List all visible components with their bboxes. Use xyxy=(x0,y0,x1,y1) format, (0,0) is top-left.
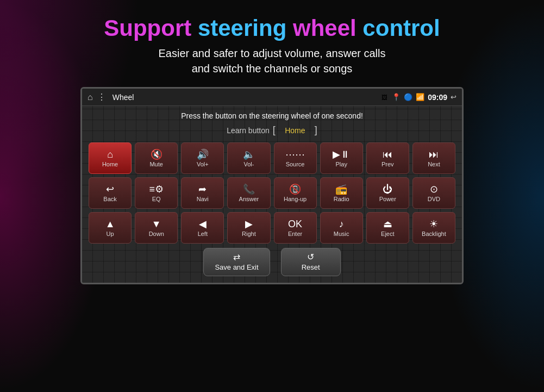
page-title: Support steering wheel control xyxy=(104,15,440,41)
back-btn-label: Back xyxy=(103,196,116,202)
btn-down[interactable]: ▼ Down xyxy=(135,212,178,244)
btn-mute[interactable]: 🔇 Mute xyxy=(135,142,178,174)
learn-value: Home xyxy=(279,126,311,135)
btn-dvd[interactable]: ⊙ DVD xyxy=(412,177,455,209)
device-screen: ⌂ ⋮ Wheel 🖼 📍 🔵 📶 09:09 ↩ Press the butt… xyxy=(80,87,464,284)
power-btn-icon: ⏻ xyxy=(383,184,392,194)
btn-radio[interactable]: 📻 Radio xyxy=(320,177,363,209)
learn-label: Learn button xyxy=(227,126,270,135)
enter-btn-label: Enter xyxy=(288,231,302,237)
down-btn-label: Down xyxy=(149,231,164,237)
vol-plus-btn-icon: 🔊 xyxy=(197,150,209,159)
menu-icon[interactable]: ⋮ xyxy=(97,92,106,102)
title-steering: steering xyxy=(191,15,286,41)
reset-icon: ↺ xyxy=(307,253,314,262)
save-exit-icon: ⇄ xyxy=(233,253,240,262)
back-btn-icon: ↩ xyxy=(106,184,114,194)
eject-btn-label: Eject xyxy=(381,231,394,237)
play-btn-icon: ▶⏸ xyxy=(333,150,350,159)
next-btn-icon: ⏭ xyxy=(429,150,439,159)
reset-label: Reset xyxy=(302,263,320,271)
home-btn-icon: ⌂ xyxy=(107,150,113,159)
vol-minus-btn-label: Vol- xyxy=(243,161,254,167)
save-exit-label: Save and Exit xyxy=(215,263,258,271)
prev-btn-icon: ⏮ xyxy=(383,150,392,159)
prev-btn-label: Prev xyxy=(382,161,394,167)
right-btn-label: Right xyxy=(242,231,256,237)
btn-right[interactable]: ▶ Right xyxy=(227,212,270,244)
music-btn-label: Music xyxy=(334,231,349,237)
next-btn-label: Next xyxy=(428,161,440,167)
location-icon: 📍 xyxy=(392,93,401,101)
learn-bracket-right: ] xyxy=(315,125,317,136)
eq-btn-icon: ≡⚙ xyxy=(149,184,164,194)
mute-btn-icon: 🔇 xyxy=(151,150,162,159)
power-btn-label: Power xyxy=(379,196,396,202)
btn-power[interactable]: ⏻ Power xyxy=(366,177,409,209)
btn-prev[interactable]: ⏮ Prev xyxy=(366,142,409,174)
btn-navi[interactable]: ➦ Navi xyxy=(181,177,224,209)
bottom-actions: ⇄ Save and Exit ↺ Reset xyxy=(89,248,455,276)
btn-source[interactable]: ⋯⋯ Source xyxy=(274,142,317,174)
status-bar: ⌂ ⋮ Wheel 🖼 📍 🔵 📶 09:09 ↩ xyxy=(82,89,462,106)
status-time: 09:09 xyxy=(428,93,447,102)
answer-btn-icon: 📞 xyxy=(243,184,255,194)
main-content: Support steering wheel control Easier an… xyxy=(0,0,544,284)
title-wheel: wheel xyxy=(286,15,356,41)
backlight-btn-label: Backlight xyxy=(422,231,446,237)
save-exit-button[interactable]: ⇄ Save and Exit xyxy=(203,248,270,276)
source-btn-label: Source xyxy=(286,161,305,167)
vol-minus-btn-icon: 🔈 xyxy=(243,150,255,159)
enter-btn-icon: OK xyxy=(288,219,302,229)
dvd-btn-label: DVD xyxy=(428,196,440,202)
radio-btn-label: Radio xyxy=(334,196,349,202)
backlight-btn-icon: ☀ xyxy=(429,219,438,229)
btn-music[interactable]: ♪ Music xyxy=(320,212,363,244)
btn-home[interactable]: ⌂ Home xyxy=(89,142,132,174)
instruction-text: Press the button on the steering wheel o… xyxy=(89,111,455,120)
play-btn-label: Play xyxy=(335,161,347,167)
mute-btn-label: Mute xyxy=(149,161,162,167)
status-icons: 📍 🔵 📶 09:09 ↩ xyxy=(392,93,457,102)
eq-btn-label: EQ xyxy=(152,196,161,202)
screen-content: Press the button on the steering wheel o… xyxy=(82,106,462,283)
hangup-btn-label: Hang-up xyxy=(284,196,307,202)
title-support: Support xyxy=(104,15,191,41)
btn-vol-minus[interactable]: 🔈 Vol- xyxy=(227,142,270,174)
vol-plus-btn-label: Vol+ xyxy=(197,161,209,167)
up-btn-label: Up xyxy=(107,231,114,237)
status-title: Wheel xyxy=(112,93,378,102)
back-icon[interactable]: ↩ xyxy=(451,93,457,101)
hangup-btn-icon: 📵 xyxy=(289,184,301,194)
home-icon[interactable]: ⌂ xyxy=(87,92,93,102)
btn-eject[interactable]: ⏏ Eject xyxy=(366,212,409,244)
btn-backlight[interactable]: ☀ Backlight xyxy=(412,212,455,244)
down-btn-icon: ▼ xyxy=(152,219,161,229)
btn-eq[interactable]: ≡⚙ EQ xyxy=(135,177,178,209)
learn-bracket-left: [ xyxy=(273,125,276,136)
music-btn-icon: ♪ xyxy=(339,219,344,229)
learn-row: Learn button [ Home ] xyxy=(89,125,455,136)
btn-up[interactable]: ▲ Up xyxy=(89,212,132,244)
left-btn-label: Left xyxy=(198,231,208,237)
title-control: control xyxy=(357,15,440,41)
reset-button[interactable]: ↺ Reset xyxy=(281,248,341,276)
btn-vol-plus[interactable]: 🔊 Vol+ xyxy=(181,142,224,174)
btn-play[interactable]: ▶⏸ Play xyxy=(320,142,363,174)
btn-back[interactable]: ↩ Back xyxy=(89,177,132,209)
bluetooth-icon: 🔵 xyxy=(404,93,412,101)
signal-icon: 📶 xyxy=(416,93,424,101)
radio-btn-icon: 📻 xyxy=(335,184,347,194)
navi-btn-icon: ➦ xyxy=(198,184,207,194)
btn-answer[interactable]: 📞 Answer xyxy=(227,177,270,209)
left-btn-icon: ◀ xyxy=(199,219,207,229)
dvd-btn-icon: ⊙ xyxy=(430,184,438,194)
navi-btn-label: Navi xyxy=(197,196,209,202)
btn-enter[interactable]: OK Enter xyxy=(274,212,317,244)
button-grid: ⌂ Home 🔇 Mute 🔊 Vol+ 🔈 Vol- ⋯⋯ Sour xyxy=(89,142,455,244)
btn-hangup[interactable]: 📵 Hang-up xyxy=(274,177,317,209)
right-btn-icon: ▶ xyxy=(245,219,253,229)
btn-next[interactable]: ⏭ Next xyxy=(412,142,455,174)
btn-left[interactable]: ◀ Left xyxy=(181,212,224,244)
source-btn-icon: ⋯⋯ xyxy=(285,150,305,159)
